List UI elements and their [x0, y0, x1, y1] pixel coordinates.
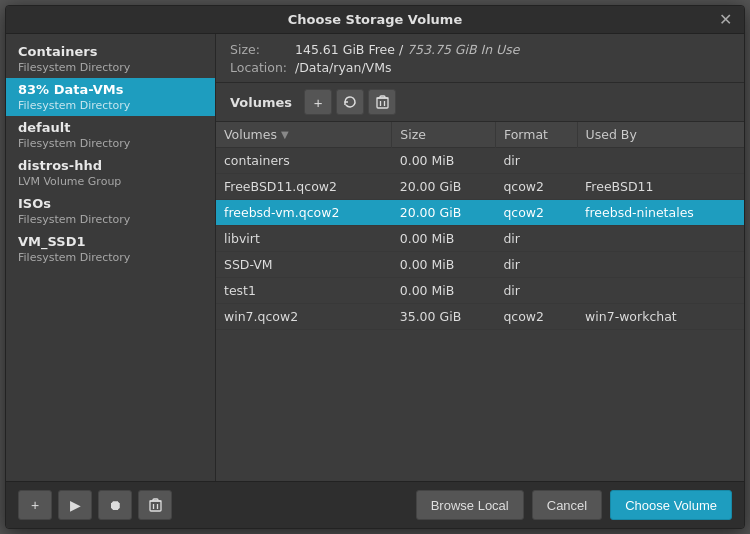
- sidebar-item-default[interactable]: defaultFilesystem Directory: [6, 116, 215, 154]
- volumes-table: Volumes ▼ Size Format Used By containers…: [216, 122, 744, 330]
- col-volumes: Volumes ▼: [216, 122, 392, 148]
- location-label: Location:: [230, 60, 295, 75]
- cell-used_by: [577, 148, 744, 174]
- table-row[interactable]: libvirt0.00 MiBdir: [216, 226, 744, 252]
- sidebar-item-name: Containers: [18, 44, 97, 59]
- sidebar-item-containers[interactable]: ContainersFilesystem Directory: [6, 40, 215, 78]
- sidebar-item-sub: Filesystem Directory: [18, 137, 130, 150]
- cell-format: dir: [495, 226, 577, 252]
- main-area: Size: 145.61 GiB Free / 753.75 GiB In Us…: [216, 34, 744, 481]
- table-header: Volumes ▼ Size Format Used By: [216, 122, 744, 148]
- sidebar-item-sub: Filesystem Directory: [18, 99, 130, 112]
- sidebar-item-distros-hhd[interactable]: distros-hhdLVM Volume Group: [6, 154, 215, 192]
- col-format: Format: [495, 122, 577, 148]
- add-volume-button[interactable]: +: [304, 89, 332, 115]
- svg-rect-4: [150, 501, 161, 511]
- footer-add-icon: +: [31, 497, 39, 513]
- cell-size: 0.00 MiB: [392, 278, 496, 304]
- cell-size: 35.00 GiB: [392, 304, 496, 330]
- table-row[interactable]: freebsd-vm.qcow220.00 GiBqcow2freebsd-ni…: [216, 200, 744, 226]
- footer-left-actions: + ▶ ⏺: [18, 490, 172, 520]
- cell-format: dir: [495, 278, 577, 304]
- cell-name: win7.qcow2: [216, 304, 392, 330]
- table-row[interactable]: FreeBSD11.qcow220.00 GiBqcow2FreeBSD11: [216, 174, 744, 200]
- sidebar-item-sub: Filesystem Directory: [18, 213, 130, 226]
- sidebar-item-vm-ssd1[interactable]: VM_SSD1Filesystem Directory: [6, 230, 215, 268]
- cell-used_by: [577, 252, 744, 278]
- cell-name: SSD-VM: [216, 252, 392, 278]
- cell-size: 0.00 MiB: [392, 252, 496, 278]
- cell-format: qcow2: [495, 304, 577, 330]
- cell-used_by: [577, 226, 744, 252]
- cell-size: 0.00 MiB: [392, 148, 496, 174]
- cell-size: 0.00 MiB: [392, 226, 496, 252]
- table-row[interactable]: SSD-VM0.00 MiBdir: [216, 252, 744, 278]
- cell-name: containers: [216, 148, 392, 174]
- size-value: 145.61 GiB Free / 753.75 GiB In Use: [295, 42, 519, 57]
- sidebar-item-name: VM_SSD1: [18, 234, 85, 249]
- sidebar-item-data-vms[interactable]: 83% Data-VMsFilesystem Directory: [6, 78, 215, 116]
- sort-icon: ▼: [281, 129, 289, 140]
- sidebar: ContainersFilesystem Directory83% Data-V…: [6, 34, 216, 481]
- delete-volume-button[interactable]: [368, 89, 396, 115]
- cell-used_by: win7-workchat: [577, 304, 744, 330]
- choose-volume-button[interactable]: Choose Volume: [610, 490, 732, 520]
- footer-record-button[interactable]: ⏺: [98, 490, 132, 520]
- table-row[interactable]: containers0.00 MiBdir: [216, 148, 744, 174]
- size-row: Size: 145.61 GiB Free / 753.75 GiB In Us…: [230, 42, 730, 57]
- sidebar-item-name: 83% Data-VMs: [18, 82, 123, 97]
- sidebar-item-sub: LVM Volume Group: [18, 175, 121, 188]
- svg-rect-0: [377, 98, 388, 108]
- cell-format: qcow2: [495, 174, 577, 200]
- sidebar-item-sub: Filesystem Directory: [18, 61, 130, 74]
- info-bar: Size: 145.61 GiB Free / 753.75 GiB In Us…: [216, 34, 744, 83]
- footer-play-button[interactable]: ▶: [58, 490, 92, 520]
- location-value: /Data/ryan/VMs: [295, 60, 391, 75]
- footer-trash-icon: [149, 498, 162, 512]
- sidebar-item-sub: Filesystem Directory: [18, 251, 130, 264]
- footer-record-icon: ⏺: [108, 497, 122, 513]
- cell-format: qcow2: [495, 200, 577, 226]
- volumes-label: Volumes: [230, 95, 292, 110]
- footer: + ▶ ⏺ Browse Local Cancel Cho: [6, 481, 744, 528]
- cell-used_by: FreeBSD11: [577, 174, 744, 200]
- volumes-toolbar: Volumes +: [216, 83, 744, 122]
- cell-name: libvirt: [216, 226, 392, 252]
- cell-name: FreeBSD11.qcow2: [216, 174, 392, 200]
- close-button[interactable]: ✕: [719, 12, 732, 28]
- choose-storage-dialog: Choose Storage Volume ✕ ContainersFilesy…: [5, 5, 745, 529]
- footer-trash-button[interactable]: [138, 490, 172, 520]
- cell-format: dir: [495, 148, 577, 174]
- sidebar-item-name: distros-hhd: [18, 158, 102, 173]
- volumes-table-container: Volumes ▼ Size Format Used By containers…: [216, 122, 744, 481]
- footer-add-button[interactable]: +: [18, 490, 52, 520]
- cell-used_by: [577, 278, 744, 304]
- dialog-title: Choose Storage Volume: [288, 12, 462, 27]
- table-row[interactable]: win7.qcow235.00 GiBqcow2win7-workchat: [216, 304, 744, 330]
- size-label: Size:: [230, 42, 295, 57]
- footer-play-icon: ▶: [70, 497, 81, 513]
- sidebar-item-isos[interactable]: ISOsFilesystem Directory: [6, 192, 215, 230]
- titlebar: Choose Storage Volume ✕: [6, 6, 744, 34]
- table-body: containers0.00 MiBdirFreeBSD11.qcow220.0…: [216, 148, 744, 330]
- sidebar-item-name: default: [18, 120, 70, 135]
- location-row: Location: /Data/ryan/VMs: [230, 60, 730, 75]
- cell-size: 20.00 GiB: [392, 174, 496, 200]
- sidebar-item-name: ISOs: [18, 196, 51, 211]
- browse-local-button[interactable]: Browse Local: [416, 490, 524, 520]
- cell-name: freebsd-vm.qcow2: [216, 200, 392, 226]
- cell-name: test1: [216, 278, 392, 304]
- cell-format: dir: [495, 252, 577, 278]
- cancel-button[interactable]: Cancel: [532, 490, 602, 520]
- cell-size: 20.00 GiB: [392, 200, 496, 226]
- refresh-icon: [343, 95, 357, 109]
- footer-right-actions: Browse Local Cancel Choose Volume: [416, 490, 732, 520]
- dialog-content: ContainersFilesystem Directory83% Data-V…: [6, 34, 744, 481]
- col-used-by: Used By: [577, 122, 744, 148]
- delete-icon: [376, 95, 389, 109]
- cell-used_by: freebsd-ninetales: [577, 200, 744, 226]
- col-size: Size: [392, 122, 496, 148]
- refresh-button[interactable]: [336, 89, 364, 115]
- table-row[interactable]: test10.00 MiBdir: [216, 278, 744, 304]
